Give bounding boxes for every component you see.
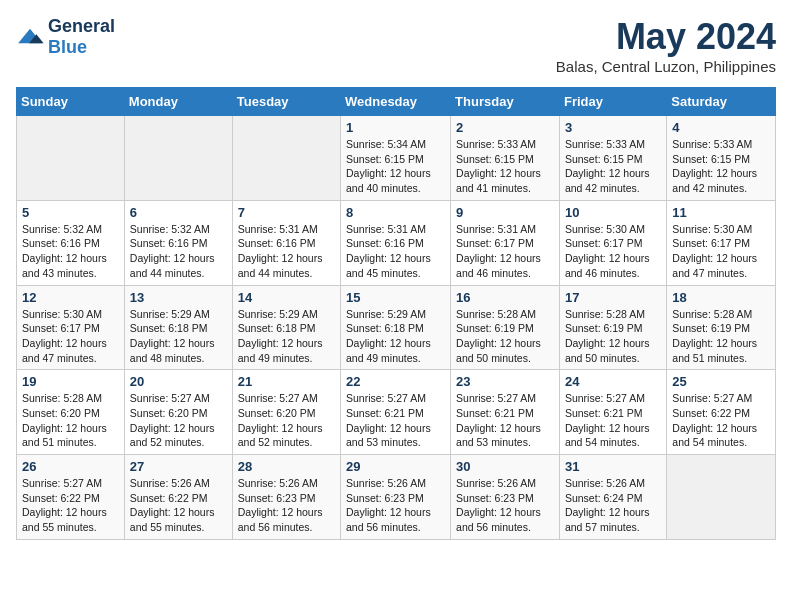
calendar-cell: 27Sunrise: 5:26 AMSunset: 6:22 PMDayligh… <box>124 455 232 540</box>
day-info: Sunrise: 5:30 AMSunset: 6:17 PMDaylight:… <box>565 222 661 281</box>
day-number: 16 <box>456 290 554 305</box>
calendar-cell: 16Sunrise: 5:28 AMSunset: 6:19 PMDayligh… <box>451 285 560 370</box>
calendar-cell: 21Sunrise: 5:27 AMSunset: 6:20 PMDayligh… <box>232 370 340 455</box>
calendar-cell: 8Sunrise: 5:31 AMSunset: 6:16 PMDaylight… <box>341 200 451 285</box>
day-info: Sunrise: 5:31 AMSunset: 6:16 PMDaylight:… <box>346 222 445 281</box>
day-number: 20 <box>130 374 227 389</box>
calendar-cell: 3Sunrise: 5:33 AMSunset: 6:15 PMDaylight… <box>559 116 666 201</box>
day-info: Sunrise: 5:27 AMSunset: 6:21 PMDaylight:… <box>456 391 554 450</box>
calendar-week-row: 19Sunrise: 5:28 AMSunset: 6:20 PMDayligh… <box>17 370 776 455</box>
day-number: 15 <box>346 290 445 305</box>
day-number: 24 <box>565 374 661 389</box>
day-number: 31 <box>565 459 661 474</box>
day-number: 5 <box>22 205 119 220</box>
day-info: Sunrise: 5:32 AMSunset: 6:16 PMDaylight:… <box>130 222 227 281</box>
calendar-cell: 12Sunrise: 5:30 AMSunset: 6:17 PMDayligh… <box>17 285 125 370</box>
logo-blue: Blue <box>48 37 115 58</box>
day-info: Sunrise: 5:27 AMSunset: 6:21 PMDaylight:… <box>346 391 445 450</box>
day-number: 11 <box>672 205 770 220</box>
day-info: Sunrise: 5:26 AMSunset: 6:23 PMDaylight:… <box>456 476 554 535</box>
day-info: Sunrise: 5:33 AMSunset: 6:15 PMDaylight:… <box>672 137 770 196</box>
calendar-cell: 26Sunrise: 5:27 AMSunset: 6:22 PMDayligh… <box>17 455 125 540</box>
day-info: Sunrise: 5:28 AMSunset: 6:19 PMDaylight:… <box>565 307 661 366</box>
calendar-cell: 4Sunrise: 5:33 AMSunset: 6:15 PMDaylight… <box>667 116 776 201</box>
month-year-title: May 2024 <box>556 16 776 58</box>
calendar-cell: 17Sunrise: 5:28 AMSunset: 6:19 PMDayligh… <box>559 285 666 370</box>
calendar-cell: 18Sunrise: 5:28 AMSunset: 6:19 PMDayligh… <box>667 285 776 370</box>
day-number: 27 <box>130 459 227 474</box>
calendar-week-row: 26Sunrise: 5:27 AMSunset: 6:22 PMDayligh… <box>17 455 776 540</box>
calendar-week-row: 1Sunrise: 5:34 AMSunset: 6:15 PMDaylight… <box>17 116 776 201</box>
weekday-header: Monday <box>124 88 232 116</box>
calendar-header-row: SundayMondayTuesdayWednesdayThursdayFrid… <box>17 88 776 116</box>
calendar-cell <box>232 116 340 201</box>
day-info: Sunrise: 5:33 AMSunset: 6:15 PMDaylight:… <box>456 137 554 196</box>
day-info: Sunrise: 5:27 AMSunset: 6:22 PMDaylight:… <box>22 476 119 535</box>
day-number: 12 <box>22 290 119 305</box>
calendar-cell <box>124 116 232 201</box>
day-number: 4 <box>672 120 770 135</box>
day-number: 18 <box>672 290 770 305</box>
calendar-cell: 20Sunrise: 5:27 AMSunset: 6:20 PMDayligh… <box>124 370 232 455</box>
calendar-cell <box>667 455 776 540</box>
location-subtitle: Balas, Central Luzon, Philippines <box>556 58 776 75</box>
weekday-header: Wednesday <box>341 88 451 116</box>
day-number: 9 <box>456 205 554 220</box>
weekday-header: Tuesday <box>232 88 340 116</box>
day-number: 23 <box>456 374 554 389</box>
weekday-header: Saturday <box>667 88 776 116</box>
day-number: 8 <box>346 205 445 220</box>
calendar-table: SundayMondayTuesdayWednesdayThursdayFrid… <box>16 87 776 540</box>
day-number: 1 <box>346 120 445 135</box>
logo: General Blue <box>16 16 115 58</box>
day-info: Sunrise: 5:30 AMSunset: 6:17 PMDaylight:… <box>22 307 119 366</box>
day-info: Sunrise: 5:27 AMSunset: 6:20 PMDaylight:… <box>130 391 227 450</box>
calendar-week-row: 12Sunrise: 5:30 AMSunset: 6:17 PMDayligh… <box>17 285 776 370</box>
day-number: 26 <box>22 459 119 474</box>
day-number: 17 <box>565 290 661 305</box>
day-number: 13 <box>130 290 227 305</box>
calendar-week-row: 5Sunrise: 5:32 AMSunset: 6:16 PMDaylight… <box>17 200 776 285</box>
day-number: 29 <box>346 459 445 474</box>
page-header: General Blue May 2024 Balas, Central Luz… <box>16 16 776 75</box>
calendar-cell: 10Sunrise: 5:30 AMSunset: 6:17 PMDayligh… <box>559 200 666 285</box>
day-info: Sunrise: 5:26 AMSunset: 6:24 PMDaylight:… <box>565 476 661 535</box>
calendar-cell: 9Sunrise: 5:31 AMSunset: 6:17 PMDaylight… <box>451 200 560 285</box>
calendar-cell: 19Sunrise: 5:28 AMSunset: 6:20 PMDayligh… <box>17 370 125 455</box>
weekday-header: Thursday <box>451 88 560 116</box>
day-info: Sunrise: 5:27 AMSunset: 6:20 PMDaylight:… <box>238 391 335 450</box>
calendar-cell: 30Sunrise: 5:26 AMSunset: 6:23 PMDayligh… <box>451 455 560 540</box>
day-info: Sunrise: 5:26 AMSunset: 6:23 PMDaylight:… <box>238 476 335 535</box>
calendar-cell: 2Sunrise: 5:33 AMSunset: 6:15 PMDaylight… <box>451 116 560 201</box>
day-number: 19 <box>22 374 119 389</box>
calendar-cell: 24Sunrise: 5:27 AMSunset: 6:21 PMDayligh… <box>559 370 666 455</box>
calendar-cell: 22Sunrise: 5:27 AMSunset: 6:21 PMDayligh… <box>341 370 451 455</box>
day-info: Sunrise: 5:33 AMSunset: 6:15 PMDaylight:… <box>565 137 661 196</box>
day-info: Sunrise: 5:28 AMSunset: 6:19 PMDaylight:… <box>672 307 770 366</box>
calendar-cell: 14Sunrise: 5:29 AMSunset: 6:18 PMDayligh… <box>232 285 340 370</box>
day-number: 28 <box>238 459 335 474</box>
title-area: May 2024 Balas, Central Luzon, Philippin… <box>556 16 776 75</box>
day-info: Sunrise: 5:27 AMSunset: 6:22 PMDaylight:… <box>672 391 770 450</box>
day-info: Sunrise: 5:29 AMSunset: 6:18 PMDaylight:… <box>238 307 335 366</box>
day-number: 7 <box>238 205 335 220</box>
calendar-cell: 25Sunrise: 5:27 AMSunset: 6:22 PMDayligh… <box>667 370 776 455</box>
day-number: 21 <box>238 374 335 389</box>
day-info: Sunrise: 5:29 AMSunset: 6:18 PMDaylight:… <box>130 307 227 366</box>
day-info: Sunrise: 5:31 AMSunset: 6:17 PMDaylight:… <box>456 222 554 281</box>
weekday-header: Friday <box>559 88 666 116</box>
logo-icon <box>16 27 44 47</box>
logo-general: General <box>48 16 115 37</box>
day-number: 22 <box>346 374 445 389</box>
day-number: 14 <box>238 290 335 305</box>
day-info: Sunrise: 5:27 AMSunset: 6:21 PMDaylight:… <box>565 391 661 450</box>
calendar-cell: 1Sunrise: 5:34 AMSunset: 6:15 PMDaylight… <box>341 116 451 201</box>
calendar-cell: 6Sunrise: 5:32 AMSunset: 6:16 PMDaylight… <box>124 200 232 285</box>
day-info: Sunrise: 5:34 AMSunset: 6:15 PMDaylight:… <box>346 137 445 196</box>
day-info: Sunrise: 5:30 AMSunset: 6:17 PMDaylight:… <box>672 222 770 281</box>
day-number: 25 <box>672 374 770 389</box>
calendar-cell: 28Sunrise: 5:26 AMSunset: 6:23 PMDayligh… <box>232 455 340 540</box>
day-info: Sunrise: 5:32 AMSunset: 6:16 PMDaylight:… <box>22 222 119 281</box>
calendar-cell: 13Sunrise: 5:29 AMSunset: 6:18 PMDayligh… <box>124 285 232 370</box>
day-number: 6 <box>130 205 227 220</box>
